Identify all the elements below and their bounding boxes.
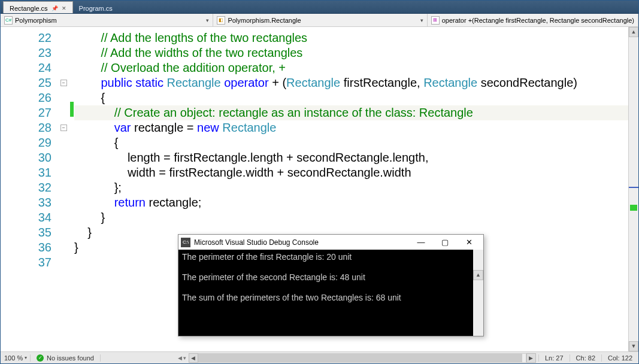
console-output[interactable]: The perimeter of the first Rectangle is:… [178,250,483,336]
nav-menu-icon[interactable]: ▾ [183,355,186,361]
tab-label: Program.cs [79,5,113,12]
line-number-gutter: 22232425262728293031323334353637 [1,27,57,351]
scroll-thumb[interactable] [199,354,522,362]
code-line[interactable]: // Create an object: rectangle as an ins… [74,105,628,120]
chevron-down-icon: ▾ [420,17,423,23]
minimize-button[interactable]: — [409,235,433,250]
scroll-down-button[interactable]: ▼ [629,341,638,351]
fold-toggle[interactable]: − [60,80,67,86]
code-line[interactable]: // Add the lengths of the two rectangles [74,31,628,46]
caret-col: Col: 122 [601,354,638,362]
change-marker [630,205,637,211]
cmd-icon: C:\ [181,238,190,247]
code-line[interactable]: }; [74,180,628,195]
fold-gutter[interactable]: −− [57,27,69,351]
caret-marker [629,187,638,188]
debug-console-window[interactable]: C:\ Microsoft Visual Studio Debug Consol… [178,234,484,336]
member-name: operator +(Rectangle firstRectangle, Rec… [442,17,634,24]
scroll-left-button[interactable]: ◀ [189,353,198,363]
scroll-right-button[interactable]: ▶ [526,353,536,363]
caret-char: Ch: 82 [570,354,601,362]
issues-indicator[interactable]: ✓ No issues found [31,354,101,362]
member-selector[interactable]: ⊞ operator +(Rectangle firstRectangle, R… [428,14,638,26]
scroll-track[interactable] [629,37,638,341]
zoom-value: 100 % [4,354,23,362]
document-tab-row: Rectangle.cs 📌 ✕ Program.cs [1,1,638,14]
change-gutter [69,27,74,351]
tab-label: Rectangle.cs [10,5,48,12]
navigation-bar: C# Polymorphism ▾ ◧ Polymorphism.Rectang… [1,14,638,27]
tab-rectangle-cs[interactable]: Rectangle.cs 📌 ✕ [3,1,73,13]
chevron-down-icon: ▾ [206,17,209,23]
code-line[interactable]: { [74,90,628,105]
issues-text: No issues found [47,354,94,362]
code-line[interactable]: { [74,135,628,150]
scroll-up-button[interactable]: ▲ [629,27,638,37]
class-selector[interactable]: ◧ Polymorphism.Rectangle ▾ [213,14,427,26]
maximize-button[interactable]: ▢ [433,235,457,250]
class-name: Polymorphism.Rectangle [228,17,301,24]
csharp-icon: C# [4,16,13,25]
nav-left-icon[interactable]: ◀ [178,355,182,361]
nav-arrows[interactable]: ◀ ▾ [178,355,186,361]
horizontal-scrollbar[interactable]: ◀ ▶ [189,353,536,363]
console-title: Microsoft Visual Studio Debug Console [194,238,319,247]
pin-icon[interactable]: 📌 [52,5,58,11]
code-line[interactable]: var rectangle = new Rectangle [74,120,628,135]
status-bar: 100 % ▾ ✓ No issues found ◀ ▾ ◀ ▶ Ln: 27… [1,351,638,363]
code-line[interactable]: // Add the widths of the two rectangles [74,46,628,60]
code-line[interactable]: return rectangle; [74,195,628,210]
operator-icon: ⊞ [431,16,440,25]
tab-program-cs[interactable]: Program.cs [73,1,119,13]
code-line[interactable]: public static Rectangle operator + (Rect… [74,75,628,90]
vertical-scrollbar[interactable]: ▲ ▼ [628,27,638,351]
check-icon: ✓ [37,354,44,362]
project-name: Polymorphism [15,17,57,24]
zoom-selector[interactable]: 100 % ▾ [1,354,31,362]
chevron-down-icon: ▾ [25,355,27,360]
fold-toggle[interactable]: − [60,125,67,131]
code-line[interactable]: // Overload the addition operator, + [74,60,628,75]
scroll-up-button[interactable]: ▲ [473,270,483,280]
scroll-track[interactable] [198,353,526,363]
code-line[interactable]: } [74,210,628,225]
code-line[interactable]: length = firstRectangle.length + secondR… [74,150,628,165]
console-titlebar[interactable]: C:\ Microsoft Visual Studio Debug Consol… [178,235,483,250]
close-icon[interactable]: ✕ [62,5,66,11]
close-button[interactable]: ✕ [457,235,481,250]
console-scrollbar[interactable]: ▲ [473,250,483,336]
caret-line: Ln: 27 [538,354,570,362]
class-icon: ◧ [217,16,225,25]
project-selector[interactable]: C# Polymorphism ▾ [1,14,213,26]
code-line[interactable]: width = firstRectangle.width + secondRec… [74,165,628,180]
